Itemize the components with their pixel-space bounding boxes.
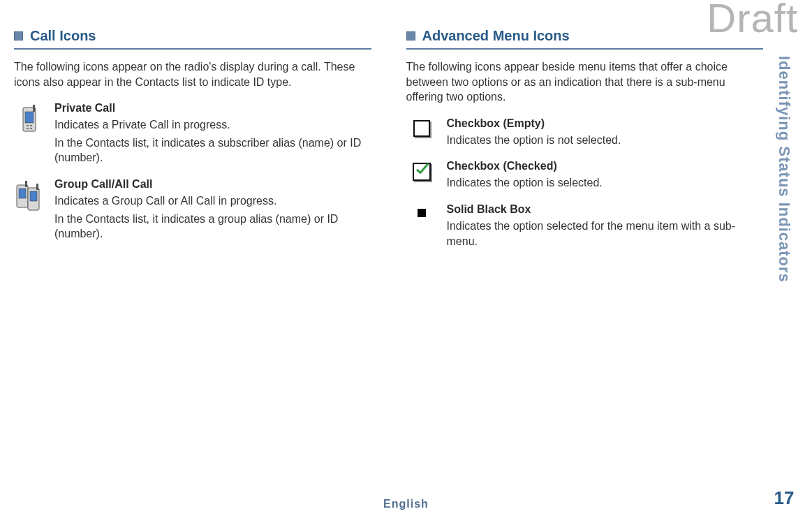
item-group-call: Group Call/All Call Indicates a Group Ca… bbox=[14, 178, 371, 242]
call-icons-title: Call Icons bbox=[30, 28, 96, 44]
solid-box-icon bbox=[406, 203, 437, 217]
checkbox-empty-title: Checkbox (Empty) bbox=[447, 117, 764, 130]
group-call-title: Group Call/All Call bbox=[54, 178, 371, 191]
group-call-desc2: In the Contacts list, it indicates a gro… bbox=[54, 212, 371, 242]
svg-rect-2 bbox=[33, 105, 35, 112]
page-content: Call Icons The following icons appear on… bbox=[0, 0, 812, 516]
item-checkbox-checked: Checkbox (Checked) Indicates the option … bbox=[406, 160, 764, 191]
right-column: Advanced Menu Icons The following icons … bbox=[406, 28, 799, 516]
svg-rect-5 bbox=[27, 128, 29, 129]
section-label: Identifying Status Indicators bbox=[775, 56, 793, 283]
item-private-call: Private Call Indicates a Private Call in… bbox=[14, 102, 371, 165]
private-call-title: Private Call bbox=[54, 102, 371, 115]
svg-rect-3 bbox=[27, 125, 29, 126]
solid-box-title: Solid Black Box bbox=[447, 203, 764, 216]
checkbox-checked-icon bbox=[406, 160, 437, 181]
heading-bullet-icon bbox=[14, 31, 23, 40]
draft-watermark: Draft bbox=[707, 0, 798, 41]
heading-bullet-icon bbox=[406, 31, 415, 40]
checkbox-checked-desc: Indicates the option is selected. bbox=[447, 175, 764, 191]
heading-rule bbox=[14, 48, 371, 50]
advanced-menu-intro: The following icons appear beside menu i… bbox=[406, 59, 764, 105]
call-icons-heading: Call Icons bbox=[14, 28, 371, 44]
call-icons-intro: The following icons appear on the radio'… bbox=[14, 59, 371, 89]
svg-rect-12 bbox=[36, 184, 38, 190]
heading-rule bbox=[406, 48, 764, 50]
left-column: Call Icons The following icons appear on… bbox=[14, 28, 371, 516]
item-solid-box: Solid Black Box Indicates the option sel… bbox=[406, 203, 764, 249]
item-checkbox-empty: Checkbox (Empty) Indicates the option is… bbox=[406, 117, 764, 148]
svg-rect-6 bbox=[30, 128, 32, 129]
svg-rect-1 bbox=[25, 112, 34, 123]
checkbox-empty-desc: Indicates the option is not selected. bbox=[447, 133, 764, 148]
solid-box-desc: Indicates the option selected for the me… bbox=[447, 219, 764, 249]
page-number: 17 bbox=[774, 487, 795, 509]
group-call-icon bbox=[14, 178, 45, 212]
advanced-menu-title: Advanced Menu Icons bbox=[422, 28, 570, 44]
svg-rect-9 bbox=[25, 181, 27, 187]
private-call-desc2: In the Contacts list, it indicates a sub… bbox=[54, 135, 371, 165]
private-call-desc: Indicates a Private Call in progress. bbox=[54, 117, 371, 133]
svg-rect-4 bbox=[30, 125, 32, 126]
svg-rect-11 bbox=[30, 191, 37, 201]
private-call-icon bbox=[14, 102, 45, 134]
svg-rect-8 bbox=[19, 189, 26, 198]
checkbox-empty-icon bbox=[406, 117, 437, 137]
group-call-desc: Indicates a Group Call or All Call in pr… bbox=[54, 193, 371, 209]
language-label: English bbox=[383, 498, 429, 510]
checkbox-checked-title: Checkbox (Checked) bbox=[447, 160, 764, 172]
side-tab: Identifying Status Indicators 17 bbox=[770, 56, 798, 509]
